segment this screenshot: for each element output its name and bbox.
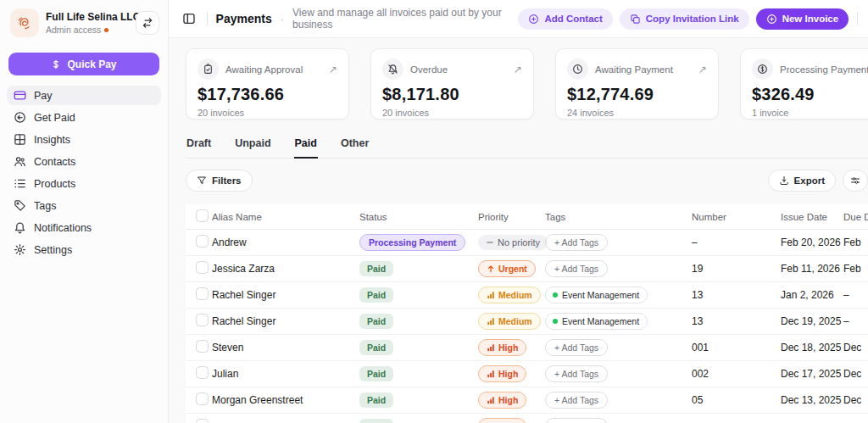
export-button[interactable]: Export <box>768 170 836 192</box>
sidebar-item-label: Contacts <box>34 156 75 168</box>
table-row[interactable]: Paid High + Add Tags <box>186 414 868 423</box>
tab-draft[interactable]: Draft <box>186 137 212 159</box>
row-checkbox[interactable] <box>196 261 209 274</box>
page-title: Payments <box>216 12 272 25</box>
bell-off-icon <box>387 64 398 75</box>
row-checkbox[interactable] <box>196 419 209 423</box>
column-header[interactable]: Number <box>692 212 781 222</box>
priority-pill[interactable]: High <box>478 418 526 423</box>
row-checkbox[interactable] <box>196 340 209 353</box>
column-header[interactable]: Status <box>359 212 478 222</box>
priority-pill[interactable]: Medium <box>478 313 541 330</box>
stat-card[interactable]: Awaiting Payment ↗ $12,774.69 24 invoice… <box>555 48 719 120</box>
copy-icon <box>630 14 641 25</box>
add-tags-button[interactable]: + Add Tags <box>545 418 608 423</box>
table-row[interactable]: Julian Paid High + Add Tags 002 Dec 17, … <box>186 361 868 387</box>
select-all-checkbox[interactable] <box>196 209 209 222</box>
stat-card-amount: $17,736.66 <box>198 85 337 104</box>
open-link-arrow-icon[interactable]: ↗ <box>514 64 522 75</box>
alias-name: Andrew <box>212 237 359 248</box>
plus-circle-icon <box>766 14 777 25</box>
column-header[interactable]: Issue Date <box>781 212 843 222</box>
priority-pill[interactable]: High <box>478 365 526 382</box>
tab-paid[interactable]: Paid <box>294 137 318 159</box>
grid-icon <box>14 133 26 146</box>
tag-chip[interactable]: Event Management <box>545 313 648 330</box>
page-subtitle: View and manage all invoices paid out by… <box>292 7 509 31</box>
table-row[interactable]: Steven Paid High + Add Tags 001 Dec 18, … <box>186 335 868 361</box>
add-tags-button[interactable]: + Add Tags <box>545 339 608 356</box>
stat-card[interactable]: Overdue ↗ $8,171.80 20 invoices <box>370 48 534 120</box>
add-contact-button[interactable]: Add Contact <box>518 8 612 30</box>
tag-chip[interactable]: Event Management <box>545 287 648 303</box>
stat-card-amount: $326.49 <box>752 85 868 104</box>
add-tags-button[interactable]: + Add Tags <box>545 260 608 277</box>
table-row[interactable]: Rachel Singer Paid Medium Event Manageme… <box>186 309 868 335</box>
priority-pill[interactable]: Urgent <box>478 260 536 277</box>
sidebar-item-settings[interactable]: Settings <box>7 240 161 259</box>
stat-card[interactable]: Processing Payment $326.49 1 invoice <box>740 48 868 120</box>
add-tags-button[interactable]: + Add Tags <box>545 365 608 382</box>
sliders-icon <box>850 175 860 186</box>
status-dot <box>104 28 108 32</box>
bars-icon <box>487 291 495 299</box>
sidebar-item-label: Pay <box>34 90 53 102</box>
priority-pill[interactable]: Medium <box>478 287 541 303</box>
new-invoice-button[interactable]: New Invoice <box>756 8 849 30</box>
priority-pill[interactable]: High <box>478 339 526 356</box>
row-checkbox[interactable] <box>196 366 209 379</box>
table-row[interactable]: Jessica Zarza Paid Urgent + Add Tags 19 … <box>186 256 868 282</box>
stat-card[interactable]: Awaiting Approval ↗ $17,736.66 20 invoic… <box>186 48 349 120</box>
sidebar-item-products[interactable]: Products <box>7 174 161 193</box>
row-checkbox[interactable] <box>196 392 209 405</box>
tag-color-dot <box>553 292 558 298</box>
tab-other[interactable]: Other <box>340 137 370 159</box>
sidebar-item-pay[interactable]: Pay <box>7 86 161 105</box>
open-link-arrow-icon[interactable]: ↗ <box>329 64 337 75</box>
table-row[interactable]: Morgan Greenstreet Paid High + Add Tags … <box>186 387 868 414</box>
column-header[interactable]: Due Date <box>843 212 868 222</box>
status-badge: Paid <box>359 340 393 355</box>
sidebar-item-notifications[interactable]: Notifications <box>7 218 161 237</box>
add-tags-button[interactable]: + Add Tags <box>545 392 608 409</box>
open-link-arrow-icon[interactable]: ↗ <box>698 64 707 75</box>
column-settings-button[interactable] <box>843 170 868 192</box>
tag-color-dot <box>553 319 558 324</box>
priority-pill[interactable]: High <box>478 392 526 409</box>
sidebar-item-get-paid[interactable]: Get Paid <box>7 108 161 127</box>
row-checkbox[interactable] <box>196 287 209 300</box>
sidebar-nav: Pay Get Paid Insights Contacts Products … <box>0 86 168 262</box>
org-switch-button[interactable] <box>136 11 159 35</box>
sidebar-toggle-button[interactable] <box>181 8 198 29</box>
tag-icon <box>14 199 26 212</box>
quick-pay-button[interactable]: Quick Pay <box>8 53 159 75</box>
download-icon <box>779 175 789 186</box>
issue-date: Jan 2, 2026 <box>781 289 843 301</box>
issue-date: Dec 18, 2025 <box>781 342 843 353</box>
row-checkbox[interactable] <box>196 235 209 248</box>
column-header[interactable]: Priority <box>478 212 545 222</box>
table-row[interactable]: Andrew Processing Payment No priority + … <box>186 230 868 256</box>
priority-pill[interactable]: No priority <box>478 235 548 250</box>
people-icon <box>14 155 26 168</box>
column-header[interactable]: Tags <box>545 212 692 222</box>
invoice-number: 002 <box>692 368 781 380</box>
stat-card-label: Processing Payment <box>780 64 868 75</box>
tab-unpaid[interactable]: Unpaid <box>234 137 271 159</box>
divider <box>207 12 208 25</box>
sidebar-item-tags[interactable]: Tags <box>7 196 161 215</box>
sidebar-item-insights[interactable]: Insights <box>7 130 161 149</box>
column-header[interactable]: Alias Name <box>212 212 359 222</box>
due-date: Feb <box>843 237 868 248</box>
table-row[interactable]: Rachel Singer Paid Medium Event Manageme… <box>186 282 868 309</box>
sidebar-item-label: Settings <box>34 244 72 256</box>
divider <box>857 12 858 25</box>
filters-button[interactable]: Filters <box>186 170 253 192</box>
sidebar-item-contacts[interactable]: Contacts <box>7 152 161 171</box>
add-tags-button[interactable]: + Add Tags <box>545 234 608 251</box>
alias-name: Rachel Singer <box>212 315 359 327</box>
row-checkbox[interactable] <box>196 314 209 326</box>
issue-date: Dec 17, 2025 <box>781 368 843 380</box>
copy-invitation-link-button[interactable]: Copy Invitation Link <box>620 8 749 30</box>
bell-icon <box>14 221 26 234</box>
